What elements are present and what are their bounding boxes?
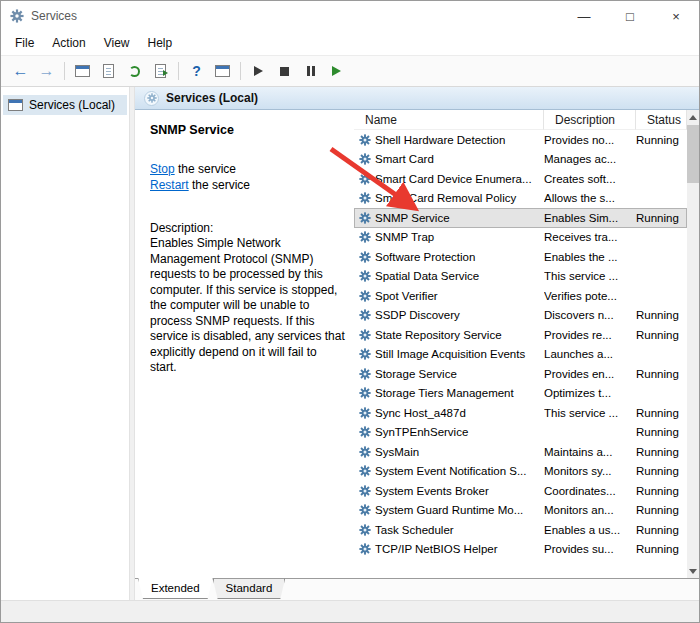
scrollbar-thumb[interactable] (687, 125, 699, 183)
service-row[interactable]: Spot Verifier Verifies pote... (354, 286, 687, 306)
play-icon (254, 66, 263, 76)
service-row[interactable]: System Guard Runtime Mo... Monitors an..… (354, 501, 687, 521)
service-row[interactable]: SNMP Service Enables Sim... Running (354, 208, 687, 228)
scroll-up-button[interactable] (687, 110, 699, 124)
app-gear-icon (10, 9, 24, 23)
service-gear-icon (359, 173, 371, 185)
service-gear-icon (359, 348, 371, 360)
service-row[interactable]: Storage Service Provides en... Running (354, 364, 687, 384)
service-description: Creates soft... (544, 173, 636, 185)
column-header-name[interactable]: Name (354, 110, 544, 130)
service-status: Running (636, 426, 687, 438)
service-name: System Events Broker (375, 485, 489, 497)
service-row[interactable]: System Events Broker Coordinates... Runn… (354, 481, 687, 501)
service-row[interactable]: SynTPEnhService Running (354, 423, 687, 443)
extended-detail-pane: SNMP Service Stop the service Restart th… (135, 110, 354, 578)
service-gear-icon (359, 251, 371, 263)
service-gear-icon (359, 270, 371, 282)
service-row[interactable]: TCP/IP NetBIOS Helper Provides su... Run… (354, 540, 687, 560)
tab-standard[interactable]: Standard (213, 578, 286, 599)
console-node-icon (8, 99, 23, 111)
service-gear-icon (359, 290, 371, 302)
service-status: Running (636, 309, 687, 321)
service-row[interactable]: Shell Hardware Detection Provides no... … (354, 130, 687, 150)
service-description: Provides su... (544, 543, 636, 555)
back-icon: ← (13, 63, 29, 79)
view-icon (215, 65, 230, 77)
stop-service-link[interactable]: Stop (150, 162, 175, 176)
service-row[interactable]: State Repository Service Provides re... … (354, 325, 687, 345)
menu-help[interactable]: Help (139, 32, 182, 54)
menu-file[interactable]: File (6, 32, 43, 54)
service-row[interactable]: Still Image Acquisition Events Launches … (354, 345, 687, 365)
console-tree-icon (75, 65, 90, 77)
service-gear-icon (359, 192, 371, 204)
service-gear-icon (359, 524, 371, 536)
service-name: System Guard Runtime Mo... (375, 504, 523, 516)
refresh-button[interactable] (122, 59, 147, 84)
service-description: This service ... (544, 270, 636, 282)
pause-service-button[interactable] (298, 59, 323, 84)
maximize-button[interactable]: □ (607, 1, 653, 31)
properties-button[interactable] (96, 59, 121, 84)
start-service-button[interactable] (246, 59, 271, 84)
properties-icon (103, 64, 114, 78)
service-row[interactable]: Smart Card Device Enumera... Creates sof… (354, 169, 687, 189)
restart-service-suffix: the service (189, 178, 250, 192)
stop-icon (280, 67, 289, 76)
status-bar (1, 600, 699, 622)
service-row[interactable]: Task Scheduler Enables a us... Running (354, 520, 687, 540)
service-name: Storage Tiers Management (375, 387, 514, 399)
restart-service-link[interactable]: Restart (150, 178, 189, 192)
scrollbar-track[interactable] (687, 124, 699, 564)
list-header: Name Description Status (354, 110, 687, 130)
stop-service-button[interactable] (272, 59, 297, 84)
service-description: Coordinates... (544, 485, 636, 497)
services-list: Name Description Status Shell Hardware D… (354, 110, 687, 578)
service-row[interactable]: Smart Card Removal Policy Allows the s..… (354, 189, 687, 209)
view-tabs: Extended Standard (135, 578, 699, 600)
minimize-button[interactable]: — (561, 1, 607, 31)
scroll-down-icon (689, 569, 697, 574)
column-header-description[interactable]: Description (544, 110, 636, 130)
pause-icon (307, 66, 315, 76)
close-button[interactable]: × (653, 1, 699, 31)
service-description: Monitors an... (544, 504, 636, 516)
toolbar: ← → ? (1, 56, 699, 87)
service-row[interactable]: Software Protection Enables the ... (354, 247, 687, 267)
service-row[interactable]: SNMP Trap Receives tra... (354, 228, 687, 248)
show-console-tree-button[interactable] (70, 59, 95, 84)
service-gear-icon (359, 485, 371, 497)
service-row[interactable]: Smart Card Manages ac... (354, 150, 687, 170)
menu-view[interactable]: View (95, 32, 139, 54)
view-button[interactable] (210, 59, 235, 84)
service-description: Enables Sim... (544, 212, 636, 224)
column-header-status[interactable]: Status (636, 110, 687, 130)
service-name: Sync Host_a487d (375, 407, 466, 419)
service-row[interactable]: System Event Notification S... Monitors … (354, 462, 687, 482)
export-list-button[interactable] (148, 59, 173, 84)
menu-action[interactable]: Action (43, 32, 94, 54)
service-row[interactable]: SysMain Maintains a... Running (354, 442, 687, 462)
service-status: Running (636, 465, 687, 477)
tree-item-services-local[interactable]: Services (Local) (3, 95, 127, 115)
restart-icon (332, 66, 341, 76)
service-row[interactable]: SSDP Discovery Discovers n... Running (354, 306, 687, 326)
forward-button[interactable]: → (34, 59, 59, 84)
services-window: Services — □ × File Action View Help ← →… (0, 0, 700, 623)
service-row[interactable]: Sync Host_a487d This service ... Running (354, 403, 687, 423)
back-button[interactable]: ← (8, 59, 33, 84)
help-button[interactable]: ? (184, 59, 209, 84)
service-status: Running (636, 134, 687, 146)
scroll-down-button[interactable] (687, 564, 699, 578)
service-description: Launches a... (544, 348, 636, 360)
service-name: Shell Hardware Detection (375, 134, 505, 146)
restart-service-button[interactable] (324, 59, 349, 84)
tab-extended[interactable]: Extended (138, 578, 213, 599)
service-description: Receives tra... (544, 231, 636, 243)
service-gear-icon (359, 387, 371, 399)
vertical-scrollbar[interactable] (687, 110, 699, 578)
service-row[interactable]: Storage Tiers Management Optimizes t... (354, 384, 687, 404)
service-row[interactable]: Spatial Data Service This service ... (354, 267, 687, 287)
stop-service-suffix: the service (175, 162, 236, 176)
